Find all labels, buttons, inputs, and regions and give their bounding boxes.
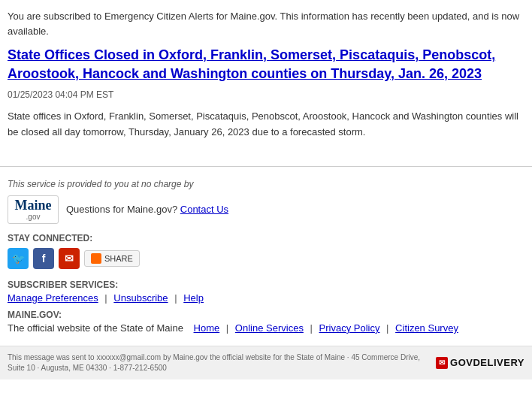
- stay-connected-label: STAY CONNECTED:: [8, 233, 524, 243]
- citizen-survey-link[interactable]: Citizen Survey: [395, 322, 458, 334]
- service-provided-text: This service is provided to you at no ch…: [8, 179, 524, 189]
- govdelivery-text: GOVDELIVERY: [450, 357, 524, 368]
- privacy-policy-link[interactable]: Privacy Policy: [319, 322, 380, 334]
- alert-title-link[interactable]: State Offices Closed in Oxford, Franklin…: [8, 46, 524, 83]
- subscriber-links: Manage Preferences | Unsubscribe | Help: [8, 292, 524, 304]
- separator-4: |: [226, 322, 228, 334]
- separator-6: |: [386, 322, 388, 334]
- twitter-icon[interactable]: 🐦: [8, 248, 29, 269]
- footer-bar: This message was sent to xxxxxx@gmail.co…: [0, 346, 532, 379]
- alert-date: 01/25/2023 04:04 PM EST: [8, 89, 524, 100]
- govdelivery-icon: ✉: [436, 357, 448, 369]
- online-services-link[interactable]: Online Services: [235, 322, 304, 334]
- separator-1: |: [104, 292, 107, 304]
- maine-logo-gov-text: .gov: [15, 213, 52, 221]
- footer-text: This message was sent to xxxxxx@gmail.co…: [8, 352, 436, 373]
- maine-logo: Maine .gov: [8, 195, 59, 224]
- subscriber-label: SUBSCRIBER SERVICES:: [8, 280, 524, 290]
- separator-2: |: [174, 292, 177, 304]
- help-link[interactable]: Help: [183, 292, 204, 304]
- maine-gov-links: The official website of the State of Mai…: [8, 322, 524, 334]
- share-button[interactable]: SHARE: [84, 250, 140, 267]
- home-link[interactable]: Home: [194, 322, 220, 334]
- maine-gov-label: MAINE.GOV:: [8, 310, 524, 320]
- separator-5: |: [310, 322, 313, 334]
- facebook-icon[interactable]: f: [33, 248, 54, 269]
- intro-text: You are subscribed to Emergency Citizen …: [8, 9, 524, 38]
- maine-gov-description: The official website of the State of Mai…: [8, 322, 183, 334]
- maine-logo-main-text: Maine: [15, 198, 52, 213]
- contact-us-link[interactable]: Contact Us: [180, 204, 228, 215]
- email-social-icon[interactable]: ✉: [59, 248, 80, 269]
- divider: [0, 166, 532, 167]
- share-icon: [91, 253, 101, 264]
- manage-preferences-link[interactable]: Manage Preferences: [8, 292, 98, 304]
- alert-body: State offices in Oxford, Franklin, Somer…: [8, 109, 524, 141]
- share-label: SHARE: [104, 254, 133, 263]
- govdelivery-logo: ✉ GOVDELIVERY: [436, 357, 524, 369]
- unsubscribe-link[interactable]: Unsubscribe: [113, 292, 168, 304]
- questions-text: Questions for Maine.gov? Contact Us: [66, 204, 228, 215]
